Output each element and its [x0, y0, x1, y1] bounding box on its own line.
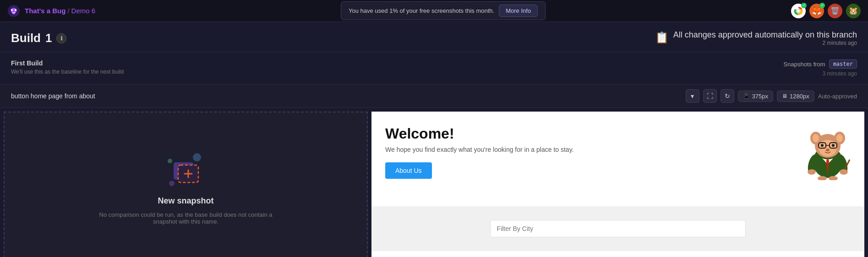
- new-snapshot-description: No comparison could be run, as the base …: [99, 211, 273, 225]
- svg-point-22: [826, 149, 830, 151]
- right-panel: Welcome! We hope you find exactly what y…: [371, 112, 864, 257]
- build-title: Build 1 ℹ: [11, 31, 66, 45]
- left-panel: New snapshot No comparison could be run,…: [4, 112, 368, 257]
- svg-point-1: [11, 9, 13, 11]
- chevron-down-icon[interactable]: ▾: [686, 89, 699, 103]
- brand-subtitle: Demo 6: [71, 7, 96, 15]
- desktop-icon: 🖥: [782, 93, 787, 99]
- svg-point-20: [821, 144, 824, 147]
- mascot-image: [805, 121, 851, 180]
- banner-text: You have used 1% of your free screenshot…: [349, 7, 494, 14]
- svg-point-13: [813, 134, 819, 142]
- brand-name: That's a Bug: [25, 7, 66, 15]
- content-area: New snapshot No comparison could be run,…: [0, 108, 868, 257]
- new-snapshot-icon: [165, 150, 207, 191]
- approved-time: 2 minutes ago: [673, 40, 857, 46]
- new-snapshot-title: New snapshot: [158, 196, 213, 206]
- expand-icon[interactable]: ⛶: [703, 89, 717, 103]
- mobile-icon: 📱: [743, 93, 750, 99]
- filter-section: [371, 206, 864, 251]
- snapshots-row: Snapshots from master: [784, 59, 857, 69]
- snapshots-time: 3 minutes ago: [823, 70, 857, 77]
- preview-content: Welcome! We hope you find exactly what y…: [371, 112, 864, 257]
- svg-point-23: [817, 148, 822, 152]
- nav-right-icons: 🦊 🗑️ 🐹: [791, 4, 861, 18]
- trash-icon[interactable]: 🗑️: [828, 4, 842, 18]
- nav-center: You have used 1% of your free screenshot…: [95, 1, 791, 20]
- refresh-icon[interactable]: ↻: [721, 89, 734, 103]
- svg-point-2: [15, 9, 16, 11]
- snapshot-name: button home page from about: [11, 92, 680, 100]
- snapshot-controls: ▾ ⛶ ↻ 📱 375px 🖥 1280px Auto-approved: [686, 89, 857, 103]
- usage-banner: You have used 1% of your free screenshot…: [341, 1, 546, 20]
- chrome-check-badge: [801, 3, 807, 8]
- svg-point-21: [832, 144, 835, 147]
- app-logo[interactable]: [7, 5, 20, 17]
- viewport-1280-badge: 🖥 1280px: [777, 91, 814, 102]
- mascot-icon[interactable]: 🐹: [846, 4, 861, 18]
- browser-icon[interactable]: 🦊: [809, 4, 824, 18]
- build-info-icon[interactable]: ℹ: [56, 33, 66, 43]
- browser-check-badge: [819, 3, 825, 8]
- welcome-subtitle: We hope you find exactly what you're loo…: [385, 146, 851, 153]
- build-info-right: Snapshots from master 3 minutes ago: [784, 59, 857, 77]
- filter-city-input[interactable]: [490, 220, 746, 237]
- snapshot-row: button home page from about ▾ ⛶ ↻ 📱 375p…: [0, 84, 868, 108]
- build-type: First Build: [11, 59, 124, 67]
- welcome-title: Welcome!: [385, 125, 851, 142]
- svg-point-29: [840, 169, 848, 175]
- chrome-icon[interactable]: [791, 4, 806, 18]
- build-label: Build: [11, 31, 41, 45]
- viewport-1280-label: 1280px: [790, 93, 809, 100]
- build-info-left: First Build We'll use this as the baseli…: [11, 59, 124, 75]
- viewport-375-label: 375px: [752, 93, 768, 100]
- brand-separator: /: [67, 7, 69, 15]
- viewport-375-badge: 📱 375px: [738, 91, 773, 102]
- build-number: 1: [45, 31, 52, 45]
- auto-approved-tag: Auto-approved: [818, 93, 857, 100]
- svg-point-24: [833, 148, 839, 152]
- top-navigation: That's a Bug / Demo 6 You have used 1% o…: [0, 0, 868, 22]
- build-description: We'll use this as the baseline for the n…: [11, 69, 124, 75]
- approved-icon: 📋: [655, 31, 669, 44]
- build-info-row: First Build We'll use this as the baseli…: [0, 52, 868, 84]
- svg-point-28: [808, 169, 816, 175]
- auto-approved-banner: 📋 All changes approved automatically on …: [655, 30, 857, 46]
- approved-text: All changes approved automatically on th…: [673, 30, 857, 46]
- snapshots-label: Snapshots from: [784, 61, 825, 68]
- svg-point-5: [797, 10, 800, 12]
- page-header: Build 1 ℹ 📋 All changes approved automat…: [0, 22, 868, 52]
- approved-message: All changes approved automatically on th…: [673, 30, 857, 40]
- more-info-button[interactable]: More Info: [499, 5, 538, 17]
- brand-title[interactable]: That's a Bug / Demo 6: [25, 7, 95, 15]
- branch-badge: master: [829, 59, 857, 69]
- svg-point-15: [836, 134, 843, 142]
- about-us-button[interactable]: About Us: [385, 162, 432, 179]
